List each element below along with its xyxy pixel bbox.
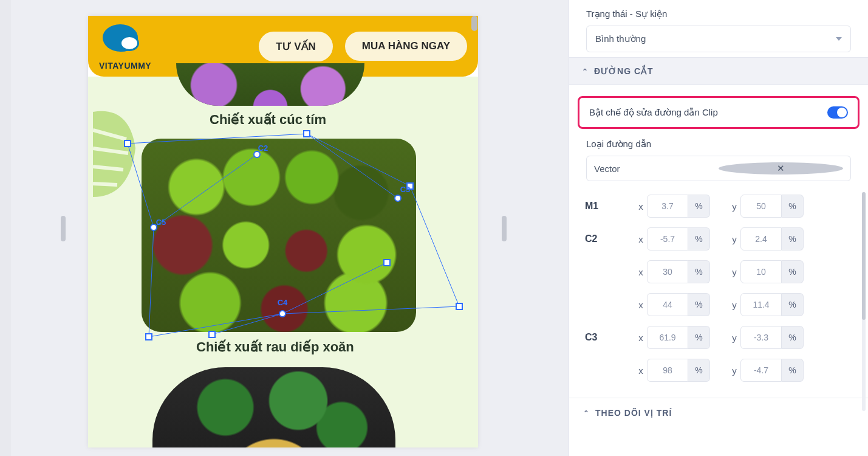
clip-edit-toggle[interactable] [827,106,848,119]
coord-row: x98%y-4.7% [583,354,855,387]
section-track-position[interactable]: ⌄ THEO DÕI VỊ TRÍ [569,398,868,427]
canvas-resize-right[interactable] [502,216,507,241]
axis-label: y [728,201,740,212]
coord-input[interactable]: 44 [647,293,688,316]
caption-lettuce: Chiết xuất rau diếp xoăn [196,339,354,355]
buy-now-button[interactable]: MUA HÀNG NGAY [345,32,467,61]
path-type-value: Vector [594,164,719,174]
coord-input[interactable]: 10 [740,260,782,283]
coord-input[interactable]: 61.9 [647,326,688,349]
coordinates-list: M1x3.7%y50%C2x-5.7%y2.4%x30%y10%x44%y11.… [569,190,868,398]
anchor-handle[interactable] [456,303,463,310]
coord-row: M1x3.7%y50% [583,190,855,223]
axis-label: y [728,365,740,376]
axis-label: y [728,300,740,310]
unit-label: % [782,359,804,382]
unit-label: % [782,260,804,283]
coord-input[interactable]: 98 [647,359,688,382]
axis-label: x [635,234,647,244]
state-event-select[interactable]: Bình thường [586,26,851,52]
anchor-handle[interactable] [303,130,310,137]
consult-button[interactable]: TƯ VẤN [259,32,333,61]
coord-input[interactable]: 11.4 [740,293,782,316]
ruler-vertical [0,0,11,456]
unit-label: % [688,260,710,283]
axis-label: x [635,333,647,343]
section-cut-path[interactable]: ⌄ ĐƯỜNG CẮT [569,57,868,85]
coord-input[interactable]: -4.7 [740,359,782,382]
canvas-area: VITAYUMMY TƯ VẤN MUA HÀNG NGAY Chiết xuấ… [0,0,569,456]
coord-row: C3x61.9%y-3.3% [583,321,855,354]
coords-scrollbar[interactable] [862,192,866,411]
section-title: THEO DÕI VỊ TRÍ [595,408,672,418]
clip-edit-toggle-label: Bật chế độ sửa đường dẫn Clip [589,107,718,118]
unit-label: % [688,326,710,349]
section-title: ĐƯỜNG CẮT [594,66,654,76]
unit-label: % [782,195,804,218]
leaf-decoration-icon [93,106,148,203]
path-type-input[interactable]: Vector ✕ [586,156,851,181]
axis-label: x [635,300,647,310]
coord-row: x30%y10% [583,255,855,288]
flower-image[interactable] [176,63,364,106]
page-body: Chiết xuất cúc tím Chiết xuất rau diếp x… [88,77,478,447]
coord-row: C2x-5.7%y2.4% [583,223,855,255]
axis-label: x [635,365,647,376]
unit-label: % [688,293,710,316]
canvas-resize-left[interactable] [61,216,66,241]
anchor-handle[interactable] [145,333,152,340]
unit-label: % [782,293,804,316]
coord-name: C3 [583,332,635,343]
design-canvas[interactable]: VITAYUMMY TƯ VẤN MUA HÀNG NGAY Chiết xuấ… [88,16,478,447]
state-event-value: Bình thường [595,33,646,44]
coord-name: C2 [583,233,635,244]
coord-row: x44%y11.4% [583,288,855,321]
chevron-up-icon: ⌄ [583,409,589,417]
axis-label: y [728,333,740,343]
coord-input[interactable]: 50 [740,195,782,218]
unit-label: % [688,195,710,218]
caption-flower: Chiết xuất cúc tím [210,112,326,128]
chevron-up-icon: ⌄ [581,67,588,75]
axis-label: y [728,267,740,277]
axis-label: x [635,201,647,212]
chevron-down-icon [836,37,842,41]
coord-input[interactable]: 3.7 [647,195,688,218]
coord-input[interactable]: 2.4 [740,227,782,250]
properties-panel: Trạng thái - Sự kiện Bình thường ⌄ ĐƯỜNG… [569,0,868,456]
coord-input[interactable]: -3.3 [740,326,782,349]
coord-input[interactable]: 30 [647,260,688,283]
clip-edit-toggle-box: Bật chế độ sửa đường dẫn Clip [578,96,859,129]
coord-name: M1 [583,201,635,212]
path-type-label: Loại đường dẫn [586,139,851,150]
state-event-label: Trạng thái - Sự kiện [586,9,851,19]
coord-input[interactable]: -5.7 [647,227,688,250]
unit-label: % [688,359,710,382]
logo: VITAYUMMY [99,22,154,71]
lettuce-image[interactable] [142,139,416,332]
seeds-image[interactable] [152,367,395,447]
unit-label: % [782,227,804,250]
unit-label: % [688,227,710,250]
axis-label: y [728,234,740,244]
unit-label: % [782,326,804,349]
axis-label: x [635,267,647,277]
clear-icon[interactable]: ✕ [719,162,843,174]
